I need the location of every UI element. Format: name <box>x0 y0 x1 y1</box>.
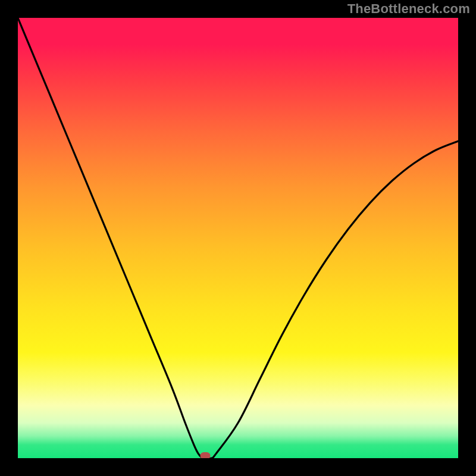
chart-frame: TheBottleneck.com <box>0 0 476 476</box>
curve-svg <box>18 18 458 458</box>
watermark-label: TheBottleneck.com <box>347 1 470 17</box>
bottleneck-curve <box>18 18 458 458</box>
plot-area <box>18 18 458 458</box>
optimum-marker <box>200 452 210 458</box>
